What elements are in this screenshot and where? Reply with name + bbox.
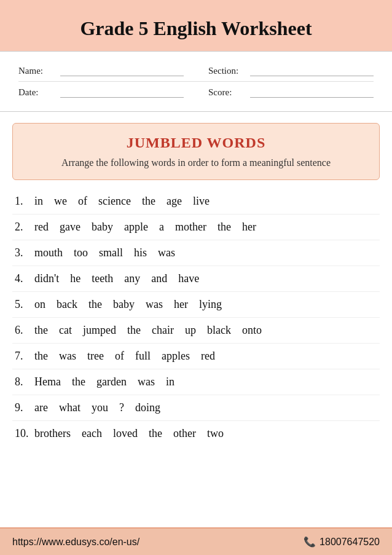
question-number: 7. (15, 350, 34, 363)
word: each (82, 427, 102, 440)
word: of (78, 195, 87, 208)
question-number: 10. (15, 427, 34, 440)
word: gave (60, 221, 80, 234)
word: baby (113, 298, 135, 311)
word: red (34, 221, 49, 234)
question-words: thewastreeoffullapplesred (34, 350, 377, 363)
phone-icon: 📞 (304, 536, 316, 548)
word: was (146, 298, 163, 311)
question-row: 5.onbackthebabywasherlying (12, 292, 380, 318)
word: two (207, 427, 224, 440)
question-row: 7.thewastreeoffullapplesred (12, 344, 380, 369)
jumbled-title: JUMBLED WORDS (25, 135, 367, 151)
page-header: Grade 5 English Worksheet (0, 0, 392, 51)
question-words: inweofsciencetheagelive (34, 195, 377, 208)
score-label: Score: (208, 87, 245, 98)
word: ? (119, 401, 124, 414)
question-number: 9. (15, 401, 34, 414)
jumbled-subtitle: Arrange the following words in order to … (25, 156, 367, 170)
word: any (124, 272, 140, 285)
word: in (34, 195, 43, 208)
question-words: mouthtoosmallhiswas (34, 246, 377, 259)
word: the (149, 427, 162, 440)
question-row: 1.inweofsciencetheagelive (12, 189, 380, 215)
word: her (242, 221, 256, 234)
footer-url: https://www.edusys.co/en-us/ (12, 537, 139, 548)
footer: https://www.edusys.co/en-us/ 📞 180076475… (0, 527, 392, 555)
question-number: 5. (15, 298, 34, 311)
question-row: 9.arewhatyou?doing (12, 395, 380, 421)
word: mother (175, 221, 206, 234)
word: science (98, 195, 131, 208)
word: jumped (83, 324, 116, 337)
word: her (174, 298, 188, 311)
date-field: Date: (18, 87, 184, 98)
question-words: didn'theteethanyandhave (34, 272, 377, 285)
word: tree (87, 350, 104, 363)
word: garden (96, 376, 127, 388)
question-number: 1. (15, 195, 34, 208)
form-section: Name: Section: Date: Score: (0, 51, 392, 112)
word: the (88, 298, 102, 311)
question-words: onbackthebabywasherlying (34, 298, 377, 311)
word: other (173, 427, 196, 440)
word: the (34, 324, 48, 337)
word: the (218, 221, 231, 234)
word: was (138, 376, 155, 388)
word: back (57, 298, 77, 311)
word: brothers (34, 427, 71, 440)
word: have (178, 272, 199, 285)
word: the (127, 324, 141, 337)
word: we (54, 195, 67, 208)
question-row: 2.redgavebabyappleamothertheher (12, 215, 380, 240)
word: are (34, 401, 48, 414)
word: chair (152, 324, 174, 337)
date-line (60, 87, 184, 98)
word: doing (135, 401, 160, 414)
question-number: 8. (15, 376, 34, 388)
question-row: 8.Hemathegardenwasin (12, 369, 380, 395)
word: what (59, 401, 80, 414)
word: was (158, 246, 175, 259)
question-row: 4.didn'theteethanyandhave (12, 266, 380, 292)
word: the (72, 376, 85, 388)
word: cat (59, 324, 72, 337)
question-number: 2. (15, 221, 34, 234)
word: he (70, 272, 80, 285)
word: a (159, 221, 164, 234)
word: in (166, 376, 174, 388)
word: up (185, 324, 196, 337)
word: onto (242, 324, 262, 337)
word: small (99, 246, 123, 259)
word: the (142, 195, 155, 208)
section-line (250, 65, 374, 76)
footer-phone: 📞 18007647520 (304, 536, 380, 548)
question-words: arewhatyou?doing (34, 401, 377, 414)
questions-list: 1.inweofsciencetheagelive2.redgavebabyap… (12, 186, 380, 449)
score-field: Score: (208, 87, 374, 98)
word: full (135, 350, 151, 363)
question-number: 6. (15, 324, 34, 337)
word: too (74, 246, 88, 259)
question-words: redgavebabyappleamothertheher (34, 221, 377, 234)
question-row: 6.thecatjumpedthechairupblackonto (12, 318, 380, 344)
word: his (134, 246, 147, 259)
word: apple (124, 221, 148, 234)
question-number: 4. (15, 272, 34, 285)
word: apples (162, 350, 190, 363)
word: was (59, 350, 76, 363)
name-line (60, 65, 184, 76)
word: Hema (34, 376, 61, 388)
name-label: Name: (18, 66, 55, 76)
question-words: brotherseachlovedtheothertwo (34, 427, 377, 440)
word: black (207, 324, 231, 337)
word: the (34, 350, 48, 363)
section-label: Section: (208, 66, 245, 76)
word: mouth (34, 246, 63, 259)
date-label: Date: (18, 87, 55, 98)
word: on (34, 298, 45, 311)
word: loved (113, 427, 138, 440)
jumbled-box: JUMBLED WORDS Arrange the following word… (12, 123, 380, 180)
word: live (193, 195, 210, 208)
word: baby (92, 221, 113, 234)
